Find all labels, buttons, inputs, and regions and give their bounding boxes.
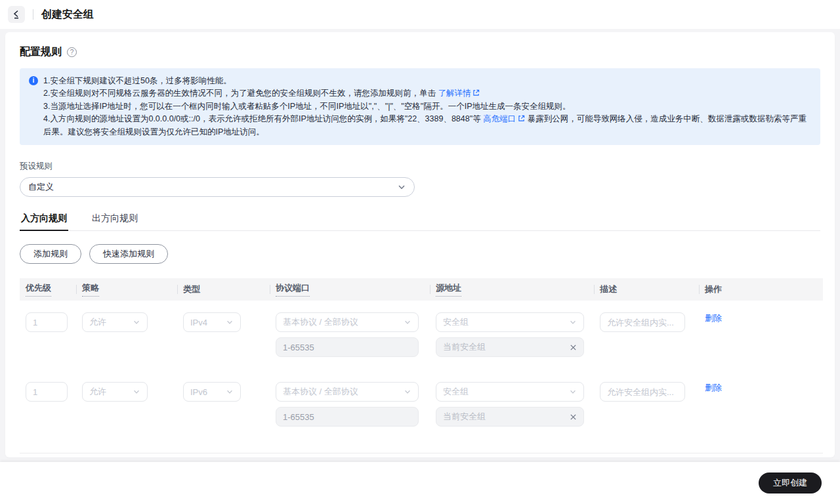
external-link-icon <box>472 88 480 100</box>
notice-line-1: 1.安全组下规则建议不超过50条，过多将影响性能。 <box>43 75 810 87</box>
preset-rules-label: 预设规则 <box>20 161 820 172</box>
column-header-policy: 策略 <box>76 278 177 301</box>
notice-line-3: 3.当源地址选择IP地址时，您可以在一个框内同时输入或者粘贴多个IP地址，不同I… <box>43 100 810 113</box>
direction-tabs: 入方向规则 出方向规则 <box>20 213 820 231</box>
quick-add-rule-button[interactable]: 快速添加规则 <box>89 244 168 264</box>
description-input <box>600 382 685 402</box>
source-type-select: 安全组 <box>436 382 584 402</box>
chevron-down-icon <box>226 318 234 326</box>
port-range-input <box>276 337 419 357</box>
source-group-tag: 当前安全组 <box>436 407 584 427</box>
chevron-down-icon <box>397 182 406 192</box>
info-icon: i <box>29 76 38 85</box>
source-type-select: 安全组 <box>436 312 584 332</box>
learn-more-link[interactable]: 了解详情 <box>438 89 471 98</box>
table-row: 允许 IPv4 基本协议 / 全部协议 <box>20 301 823 370</box>
column-header-priority: 优先级 <box>20 278 76 301</box>
protocol-select: 基本协议 / 全部协议 <box>276 312 419 332</box>
help-icon[interactable]: ? <box>67 47 77 57</box>
table-header-row: 优先级 策略 类型 协议端口 源地址 描述 操作 <box>20 278 823 301</box>
column-header-type: 类型 <box>177 278 270 301</box>
delete-rule-link[interactable]: 删除 <box>705 313 722 323</box>
port-range-input <box>276 407 419 427</box>
column-header-operation: 操作 <box>699 278 823 301</box>
footer-bar: 立即创建 <box>0 462 840 504</box>
chevron-left-icon <box>12 10 21 19</box>
chevron-down-icon <box>404 318 411 326</box>
chevron-down-icon <box>569 388 577 396</box>
table-bottom-divider <box>20 453 823 453</box>
back-button[interactable] <box>8 6 25 23</box>
policy-select: 允许 <box>82 382 148 402</box>
priority-input <box>26 312 68 332</box>
tab-inbound-rules[interactable]: 入方向规则 <box>20 213 68 230</box>
chevron-down-icon <box>226 388 234 396</box>
column-header-source: 源地址 <box>430 278 594 301</box>
description-input <box>600 312 685 332</box>
header-divider <box>33 9 33 20</box>
page-title: 创建安全组 <box>41 8 94 22</box>
close-icon <box>570 413 577 421</box>
add-rule-button[interactable]: 添加规则 <box>20 244 81 264</box>
notice-line-4-text: 4.入方向规则的源地址设置为0.0.0.0/0或::/0，表示允许或拒绝所有外部… <box>43 114 481 123</box>
preset-rules-value: 自定义 <box>28 181 54 193</box>
delete-rule-link[interactable]: 删除 <box>705 383 722 392</box>
content-area: 配置规则 ? i 1.安全组下规则建议不超过50条，过多将影响性能。 2.安全组… <box>0 29 840 462</box>
preset-rules-select[interactable]: 自定义 <box>20 177 415 197</box>
page-header: 创建安全组 <box>0 0 840 29</box>
chevron-down-icon <box>133 318 140 326</box>
notice-line-4: 4.入方向规则的源地址设置为0.0.0.0/0或::/0，表示允许或拒绝所有外部… <box>43 113 810 138</box>
priority-input <box>26 382 68 402</box>
notice-line-2-text: 2.安全组规则对不同规格云服务器的生效情况不同，为了避免您的安全组规则不生效，请… <box>43 89 436 98</box>
config-rules-card: 配置规则 ? i 1.安全组下规则建议不超过50条，过多将影响性能。 2.安全组… <box>5 32 835 457</box>
type-select: IPv6 <box>183 382 241 402</box>
source-group-tag: 当前安全组 <box>436 337 584 357</box>
column-header-protocol-port: 协议端口 <box>270 278 430 301</box>
external-link-icon <box>518 114 525 126</box>
chevron-down-icon <box>569 318 577 326</box>
type-select: IPv4 <box>183 312 241 332</box>
notice-line-2: 2.安全组规则对不同规格云服务器的生效情况不同，为了避免您的安全组规则不生效，请… <box>43 87 810 100</box>
tab-outbound-rules[interactable]: 出方向规则 <box>91 213 139 230</box>
chevron-down-icon <box>404 388 411 396</box>
create-now-button[interactable]: 立即创建 <box>759 472 822 494</box>
section-title: 配置规则 <box>20 45 62 59</box>
column-header-description: 描述 <box>594 278 699 301</box>
policy-select: 允许 <box>82 312 148 332</box>
chevron-down-icon <box>133 388 140 396</box>
high-risk-ports-link[interactable]: 高危端口 <box>483 114 516 123</box>
info-banner: i 1.安全组下规则建议不超过50条，过多将影响性能。 2.安全组规则对不同规格… <box>20 68 820 145</box>
table-row: 允许 IPv6 基本协议 / 全部协议 <box>20 370 823 440</box>
protocol-select: 基本协议 / 全部协议 <box>276 382 419 402</box>
close-icon <box>570 344 577 351</box>
inbound-rules-table: 优先级 策略 类型 协议端口 源地址 描述 操作 允许 <box>20 278 823 453</box>
